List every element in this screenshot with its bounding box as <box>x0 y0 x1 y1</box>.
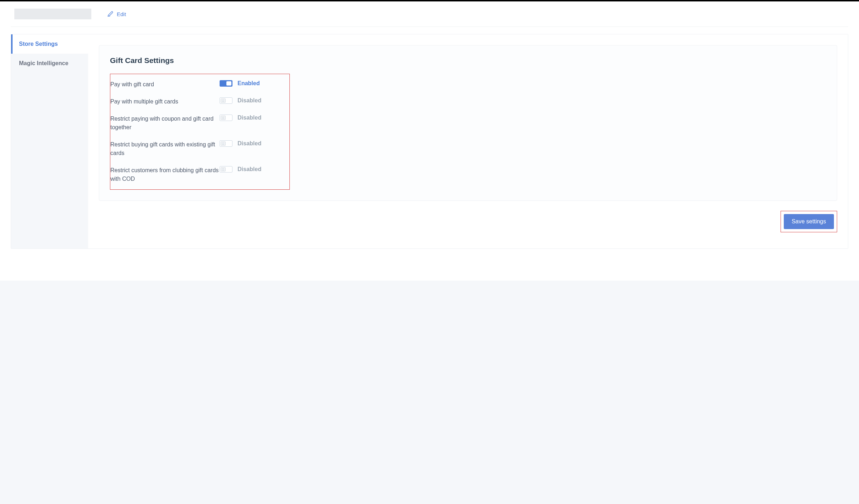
setting-row-restrict-cod: Restrict customers from clubbing gift ca… <box>110 162 289 188</box>
toggle-pay-with-gift-card[interactable] <box>220 80 232 87</box>
toggle-status: Disabled <box>237 166 261 173</box>
setting-label: Restrict buying gift cards with existing… <box>110 140 220 158</box>
save-highlight-box: Save settings <box>781 211 837 232</box>
toggle-restrict-buying[interactable] <box>220 140 232 147</box>
content-area: Gift Card Settings Pay with gift card En… <box>88 34 848 248</box>
toggle-status: Enabled <box>237 80 260 87</box>
save-row: Save settings <box>99 211 837 232</box>
settings-highlight-box: Pay with gift card Enabled Pay with mult… <box>110 74 290 190</box>
toggle-status: Disabled <box>237 115 261 121</box>
setting-row-restrict-coupon: Restrict paying with coupon and gift car… <box>110 110 289 136</box>
toggle-container: Disabled <box>220 166 280 173</box>
setting-row-pay-with-gift-card: Pay with gift card Enabled <box>110 76 289 93</box>
toggle-knob <box>221 98 226 103</box>
top-header: Edit <box>11 1 848 27</box>
setting-label: Pay with gift card <box>110 80 220 89</box>
setting-label: Pay with multiple gift cards <box>110 97 220 106</box>
edit-label: Edit <box>117 11 126 17</box>
toggle-container: Enabled <box>220 80 280 87</box>
setting-label: Restrict customers from clubbing gift ca… <box>110 166 220 183</box>
settings-panel: Gift Card Settings Pay with gift card En… <box>99 45 837 201</box>
setting-label: Restrict paying with coupon and gift car… <box>110 115 220 132</box>
edit-icon <box>107 11 113 17</box>
toggle-knob <box>221 116 226 120</box>
setting-row-multiple-gift-cards: Pay with multiple gift cards Disabled <box>110 93 289 110</box>
toggle-knob <box>221 167 226 171</box>
toggle-multiple-gift-cards[interactable] <box>220 97 232 104</box>
spacer <box>11 249 848 263</box>
edit-link[interactable]: Edit <box>107 11 126 17</box>
sidebar-item-label: Store Settings <box>19 41 58 47</box>
toggle-container: Disabled <box>220 115 280 121</box>
panel-title: Gift Card Settings <box>110 56 826 65</box>
toggle-container: Disabled <box>220 140 280 147</box>
sidebar-item-magic-intelligence[interactable]: Magic Intelligence <box>11 54 88 73</box>
toggle-restrict-coupon[interactable] <box>220 115 232 121</box>
sidebar-item-label: Magic Intelligence <box>19 60 68 66</box>
page-wrapper: Edit Store Settings Magic Intelligence G… <box>0 1 859 281</box>
save-settings-button[interactable]: Save settings <box>784 214 834 229</box>
toggle-status: Disabled <box>237 97 261 104</box>
toggle-knob <box>221 141 226 146</box>
setting-row-restrict-buying: Restrict buying gift cards with existing… <box>110 136 289 162</box>
toggle-restrict-cod[interactable] <box>220 166 232 173</box>
toggle-status: Disabled <box>237 140 261 147</box>
sidebar-item-store-settings[interactable]: Store Settings <box>11 34 88 54</box>
logo-placeholder <box>14 9 91 19</box>
toggle-container: Disabled <box>220 97 280 104</box>
sidebar: Store Settings Magic Intelligence <box>11 34 88 248</box>
toggle-knob <box>226 81 231 86</box>
main-content: Store Settings Magic Intelligence Gift C… <box>11 34 848 249</box>
